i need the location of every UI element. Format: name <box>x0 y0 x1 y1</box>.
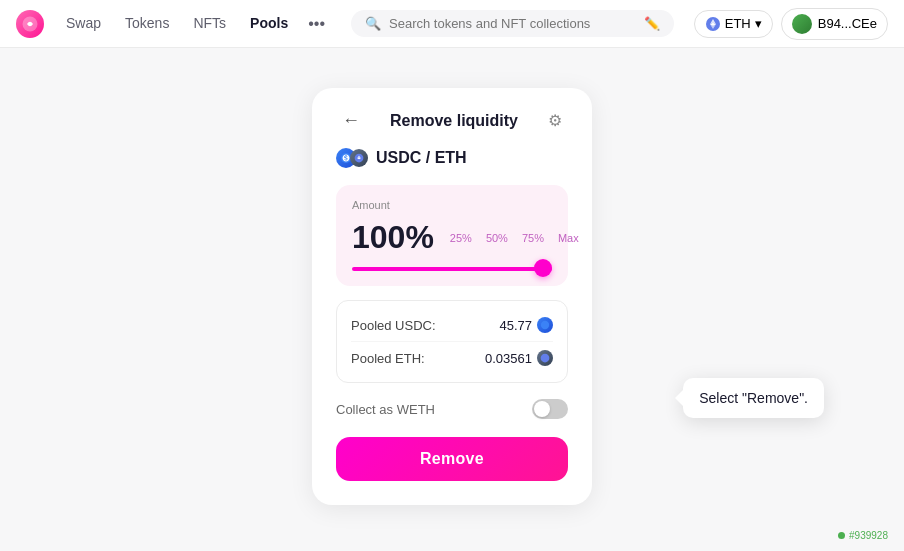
wallet-label: B94...CEe <box>818 16 877 31</box>
status-dot <box>838 532 845 539</box>
pair-header: USDC / ETH <box>336 147 568 169</box>
nav-tokens[interactable]: Tokens <box>115 11 179 37</box>
wallet-avatar <box>792 14 812 34</box>
nav-nfts[interactable]: NFTs <box>183 11 236 37</box>
pool-usdc-value: 45.77 <box>499 318 532 333</box>
pair-name: USDC / ETH <box>376 149 467 167</box>
amount-presets: 25% 50% 75% Max <box>446 230 583 246</box>
pool-row-usdc: Pooled USDC: 45.77 <box>351 313 553 342</box>
amount-slider[interactable] <box>352 266 552 272</box>
amount-box: Amount 100% 25% 50% 75% Max <box>336 185 568 286</box>
slider-track <box>352 267 552 271</box>
eth-coin-icon <box>537 350 553 366</box>
remove-button[interactable]: Remove <box>336 437 568 481</box>
card-header: ← Remove liquidity ⚙ <box>336 108 568 133</box>
nav-swap[interactable]: Swap <box>56 11 111 37</box>
main-content: ← Remove liquidity ⚙ <box>0 48 904 551</box>
network-label: ETH <box>725 16 751 31</box>
search-icon: 🔍 <box>365 16 381 31</box>
preset-25[interactable]: 25% <box>446 230 476 246</box>
preset-50[interactable]: 50% <box>482 230 512 246</box>
navbar: Swap Tokens NFTs Pools ••• 🔍 ✏️ ETH ▾ B9… <box>0 0 904 48</box>
svg-point-4 <box>541 321 549 329</box>
pool-usdc-label: Pooled USDC: <box>351 318 436 333</box>
app-logo[interactable] <box>16 10 44 38</box>
collect-row: Collect as WETH <box>336 395 568 423</box>
remove-liquidity-card: ← Remove liquidity ⚙ <box>312 88 592 505</box>
back-button[interactable]: ← <box>336 108 366 133</box>
tooltip-text: Select "Remove". <box>699 390 808 406</box>
pair-icons <box>336 147 368 169</box>
wallet-button[interactable]: B94...CEe <box>781 8 888 40</box>
pool-row-eth: Pooled ETH: 0.03561 <box>351 346 553 370</box>
nav-links: Swap Tokens NFTs Pools ••• <box>56 11 331 37</box>
status-indicator: #939928 <box>838 530 888 541</box>
search-input[interactable] <box>389 16 636 31</box>
pool-usdc-value-row: 45.77 <box>499 317 553 333</box>
preset-max[interactable]: Max <box>554 230 583 246</box>
settings-button[interactable]: ⚙ <box>542 109 568 132</box>
pool-eth-value-row: 0.03561 <box>485 350 553 366</box>
tooltip: Select "Remove". <box>683 378 824 418</box>
slider-thumb <box>534 259 552 277</box>
pool-eth-value: 0.03561 <box>485 351 532 366</box>
eth-pair-icon <box>350 149 368 167</box>
amount-row: 100% 25% 50% 75% Max <box>352 219 552 256</box>
collect-toggle[interactable] <box>532 399 568 419</box>
pool-eth-label: Pooled ETH: <box>351 351 425 366</box>
collect-label: Collect as WETH <box>336 402 435 417</box>
nav-pools[interactable]: Pools <box>240 11 298 37</box>
amount-value: 100% <box>352 219 434 256</box>
pool-info: Pooled USDC: 45.77 Pooled ETH: 0.03561 <box>336 300 568 383</box>
search-bar[interactable]: 🔍 ✏️ <box>351 10 674 37</box>
network-chevron-icon: ▾ <box>755 16 762 31</box>
amount-label: Amount <box>352 199 552 211</box>
nav-right: ETH ▾ B94...CEe <box>694 8 888 40</box>
network-button[interactable]: ETH ▾ <box>694 10 773 38</box>
toggle-thumb <box>534 401 550 417</box>
status-label: #939928 <box>849 530 888 541</box>
card-title: Remove liquidity <box>366 112 542 130</box>
svg-point-5 <box>541 354 550 363</box>
preset-75[interactable]: 75% <box>518 230 548 246</box>
edit-icon[interactable]: ✏️ <box>644 16 660 31</box>
nav-more-button[interactable]: ••• <box>302 11 331 37</box>
usdc-coin-icon <box>537 317 553 333</box>
